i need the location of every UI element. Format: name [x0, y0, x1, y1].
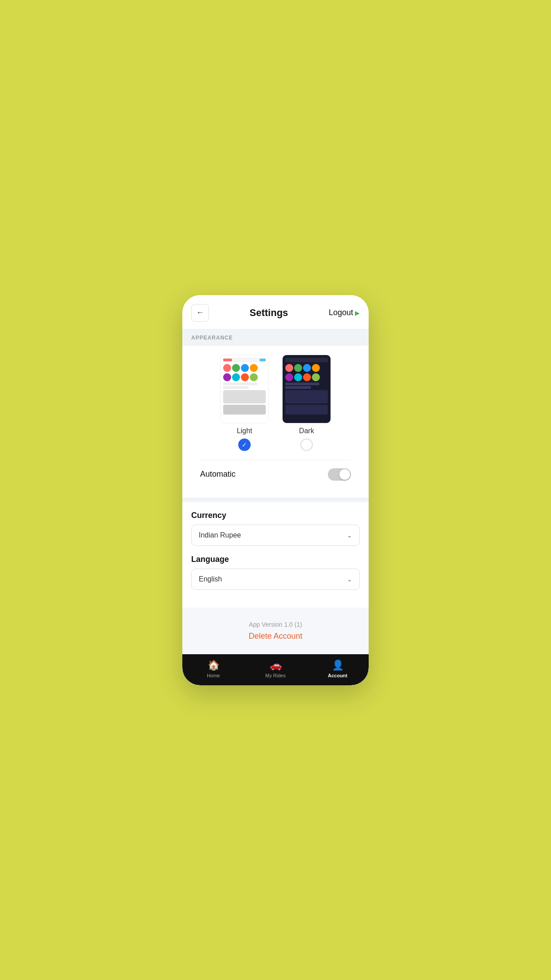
dark-theme-label: Dark: [299, 427, 314, 435]
delete-account-button[interactable]: Delete Account: [191, 632, 360, 641]
account-icon: 👤: [332, 660, 344, 671]
rides-icon: 🚗: [270, 660, 282, 671]
theme-light-option[interactable]: Light ✓: [220, 355, 269, 451]
logout-label: Logout: [329, 308, 353, 317]
theme-options: Light ✓: [191, 355, 360, 451]
header: ← Settings Logout ▶: [182, 295, 369, 329]
currency-value: Indian Rupee: [199, 531, 241, 539]
home-nav-label: Home: [207, 673, 220, 678]
language-chevron-icon: ⌄: [347, 576, 352, 583]
light-theme-radio[interactable]: ✓: [238, 439, 251, 451]
toggle-knob: [339, 469, 350, 480]
dark-theme-radio[interactable]: [300, 439, 313, 451]
nav-item-home[interactable]: 🏠 Home: [182, 660, 244, 678]
settings-content: APPEARANCE: [182, 329, 369, 654]
automatic-label: Automatic: [200, 470, 236, 479]
light-theme-preview: [220, 355, 269, 423]
logout-button[interactable]: Logout ▶: [329, 308, 360, 317]
phone-container: ← Settings Logout ▶ APPEARANCE: [182, 295, 369, 685]
theme-picker: Light ✓: [182, 346, 369, 498]
language-dropdown[interactable]: English ⌄: [191, 569, 360, 590]
appearance-section-title: APPEARANCE: [191, 335, 233, 341]
appearance-section-header: APPEARANCE: [182, 329, 369, 346]
account-nav-label: Account: [328, 673, 347, 678]
back-arrow-icon: ←: [196, 308, 204, 317]
language-label: Language: [191, 555, 360, 564]
automatic-row: Automatic: [191, 460, 360, 489]
home-icon: 🏠: [208, 660, 220, 671]
light-theme-label: Light: [237, 427, 252, 435]
page-title: Settings: [250, 307, 288, 319]
back-button[interactable]: ←: [191, 304, 209, 322]
mock-dark-header: [285, 358, 328, 362]
mock-header: [223, 358, 266, 362]
rides-nav-label: My Rides: [265, 673, 286, 678]
currency-dropdown[interactable]: Indian Rupee ⌄: [191, 525, 360, 546]
separator-1: [182, 498, 369, 502]
nav-item-account[interactable]: 👤 Account: [307, 660, 369, 678]
currency-chevron-icon: ⌄: [347, 532, 352, 539]
automatic-toggle[interactable]: [328, 468, 351, 481]
currency-label: Currency: [191, 511, 360, 520]
currency-language-section: Currency Indian Rupee ⌄ Language English…: [182, 502, 369, 608]
footer-section: App Version 1.0 (1) Delete Account: [182, 608, 369, 654]
dark-theme-preview: [282, 355, 331, 423]
language-value: English: [199, 575, 222, 583]
theme-dark-option[interactable]: Dark: [282, 355, 331, 451]
nav-item-rides[interactable]: 🚗 My Rides: [244, 660, 307, 678]
app-version: App Version 1.0 (1): [191, 621, 360, 628]
bottom-nav: 🏠 Home 🚗 My Rides 👤 Account: [182, 654, 369, 685]
logout-arrow-icon: ▶: [355, 309, 360, 316]
